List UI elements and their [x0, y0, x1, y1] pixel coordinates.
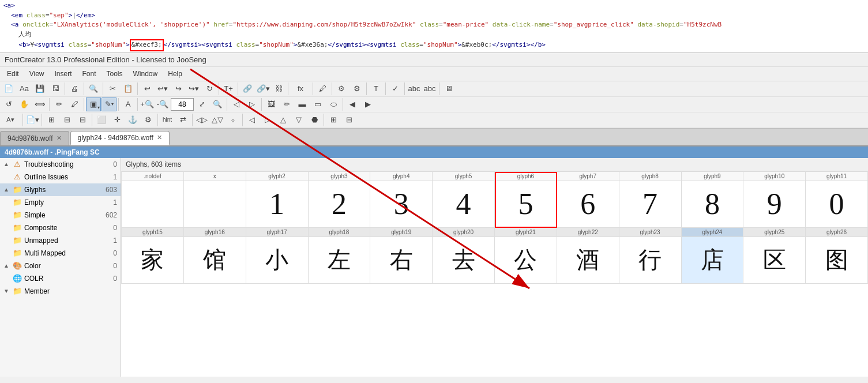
sidebar-item-glyphs[interactable]: ▲ 📁 Glyphs 603	[0, 183, 121, 196]
text2-btn[interactable]: A	[121, 97, 136, 111]
glyph-cell-8[interactable]: glyph8 7	[619, 172, 682, 228]
glyph-cell-x[interactable]: x	[184, 172, 246, 228]
sidebar-item-simple[interactable]: 📁 Simple 602	[0, 209, 121, 221]
menu-tools[interactable]: Tools	[102, 68, 127, 80]
rotate-btn[interactable]: ↺	[1, 97, 16, 111]
merge-btn[interactable]: ⬣	[307, 113, 322, 127]
mirror1-btn[interactable]: ◁▷	[194, 113, 209, 127]
font-size-btn[interactable]: A▾	[0, 113, 21, 127]
contour3-btn[interactable]: △	[276, 113, 291, 127]
glyph-cell-17[interactable]: glyph17 小	[246, 228, 309, 284]
glyph-cell-2[interactable]: glyph2 1	[246, 172, 309, 228]
hint2-btn[interactable]: ⇄	[175, 113, 190, 127]
copy-btn[interactable]: 📋	[121, 82, 136, 96]
menu-help[interactable]: Help	[163, 68, 187, 80]
draw2-btn[interactable]: ▬	[295, 97, 310, 111]
measure-btn[interactable]: ⟺	[32, 97, 47, 111]
glyph-cell-21[interactable]: glyph21 公	[495, 228, 557, 284]
glyph-cell-25[interactable]: glyph25 区	[743, 228, 806, 284]
glyph-cell-9[interactable]: glyph9 8	[682, 172, 744, 228]
pencil-btn[interactable]: ✏	[51, 97, 66, 111]
fx-btn[interactable]: fx	[290, 82, 311, 96]
contour2-btn[interactable]: ▷	[260, 113, 275, 127]
glyph-cell-10[interactable]: glyph10 9	[743, 172, 806, 228]
sidebar-item-composite[interactable]: 📁 Composite 0	[0, 221, 121, 234]
glyph-cell-7[interactable]: glyph7 6	[557, 172, 619, 228]
undo-btn[interactable]: ↩	[140, 82, 155, 96]
undo2-btn[interactable]: ↩▾	[155, 82, 170, 96]
grid-btn[interactable]: ⊞	[44, 113, 59, 127]
contour1-btn[interactable]: ◁	[245, 113, 260, 127]
glyph-cell-16[interactable]: glyph16 馆	[184, 228, 246, 284]
sidebar-item-empty[interactable]: 📁 Empty 1	[0, 196, 121, 209]
refresh-btn[interactable]: ↻	[202, 82, 217, 96]
next-btn[interactable]: ▶	[360, 97, 375, 111]
find-btn[interactable]: 🔍	[86, 82, 101, 96]
edit-btn[interactable]: ✎▾	[102, 97, 117, 111]
file2-btn[interactable]: 📄▾	[25, 113, 40, 127]
glyph-cell-23[interactable]: glyph23 行	[619, 228, 682, 284]
ellipse-btn[interactable]: ⬭	[326, 97, 341, 111]
menu-view[interactable]: View	[25, 68, 49, 80]
sidebar-item-outline-issues[interactable]: ⚠ Outline Issues 1	[0, 171, 121, 183]
glyph-cell-15[interactable]: glyph15 家	[122, 228, 184, 284]
glyph-cell-20[interactable]: glyph20 去	[433, 228, 495, 284]
glyph-cell-24[interactable]: glyph24 店	[682, 228, 744, 284]
glyph-cell-11[interactable]: glyph11 0	[806, 172, 868, 228]
arrow1-btn[interactable]: ◁	[229, 97, 244, 111]
glyph-cell-notdef[interactable]: .notdef	[122, 172, 184, 228]
gen2-btn[interactable]: ⚙	[350, 82, 365, 96]
hand-btn[interactable]: ✋	[17, 97, 32, 111]
arrow2-btn[interactable]: ▷	[245, 97, 260, 111]
tab-2[interactable]: glyph24 - 94d9876b.woff ✕	[70, 131, 170, 145]
contour4-btn[interactable]: ▽	[291, 113, 306, 127]
menu-insert[interactable]: Insert	[50, 68, 76, 80]
redo2-btn[interactable]: ↪▾	[186, 82, 201, 96]
menu-window[interactable]: Window	[129, 68, 163, 80]
monitor-btn[interactable]: 🖥	[441, 82, 456, 96]
gen-btn[interactable]: ⚙	[334, 82, 349, 96]
print-btn[interactable]: 🖨	[67, 82, 82, 96]
redo-btn[interactable]: ↪	[171, 82, 186, 96]
cut-btn[interactable]: ✂	[105, 82, 120, 96]
rect-btn[interactable]: ▭	[310, 97, 325, 111]
glyph-cell-4[interactable]: glyph4 3	[370, 172, 433, 228]
sidebar-item-color[interactable]: ▲ 🎨 Color 0	[0, 260, 121, 272]
text-btn[interactable]: T	[369, 82, 384, 96]
expand-glyphs[interactable]: ▲	[3, 186, 10, 193]
mirror2-btn[interactable]: △▽	[210, 113, 225, 127]
ref2-btn[interactable]: ⊟	[341, 113, 356, 127]
ref1-btn[interactable]: ⊞	[326, 113, 341, 127]
check-btn[interactable]: ✓	[388, 82, 403, 96]
glyph-cell-22[interactable]: glyph22 酒	[557, 228, 619, 284]
menu-edit[interactable]: Edit	[2, 68, 24, 80]
glyph-cell-3[interactable]: glyph3 2	[309, 172, 371, 228]
transform-btn[interactable]: ⬦	[226, 113, 241, 127]
tab-2-close[interactable]: ✕	[157, 134, 162, 141]
sidebar-item-troubleshooting[interactable]: ▲ ⚠ Troubleshooting 0	[0, 158, 121, 171]
grid3-btn[interactable]: ⊟	[75, 113, 90, 127]
hint-btn[interactable]: hint	[160, 113, 175, 127]
glyph-btn[interactable]: T+	[221, 82, 236, 96]
glyph-cell-26[interactable]: glyph26 图	[806, 228, 868, 284]
sidebar-item-member[interactable]: ▼ 📁 Member	[0, 285, 121, 298]
guide4-btn[interactable]: ⚙	[141, 113, 156, 127]
prev-btn[interactable]: ◀	[345, 97, 360, 111]
abc-btn2[interactable]: abc	[422, 82, 437, 96]
img-btn[interactable]: 🖼	[264, 97, 279, 111]
select-btn[interactable]: ▣▾	[86, 97, 101, 111]
zoomout-btn[interactable]: -🔍	[155, 97, 170, 111]
draw1-btn[interactable]: ✏	[279, 97, 294, 111]
glyph-cell-5[interactable]: glyph5 4	[433, 172, 495, 228]
guide3-btn[interactable]: ⚓	[125, 113, 140, 127]
link2-btn[interactable]: 🔗▾	[255, 82, 270, 96]
new-btn[interactable]: 📄	[1, 82, 16, 96]
grid2-btn[interactable]: ⊟	[59, 113, 74, 127]
tab-1-close[interactable]: ✕	[57, 134, 62, 142]
font-btn[interactable]: Aa	[17, 82, 32, 96]
glyph-cell-18[interactable]: glyph18 左	[309, 228, 371, 284]
link-btn[interactable]: 🔗	[240, 82, 255, 96]
pen-btn[interactable]: 🖊	[67, 97, 82, 111]
unlink-btn[interactable]: ⛓	[271, 82, 286, 96]
eraser-btn[interactable]: 🖊	[315, 82, 330, 96]
